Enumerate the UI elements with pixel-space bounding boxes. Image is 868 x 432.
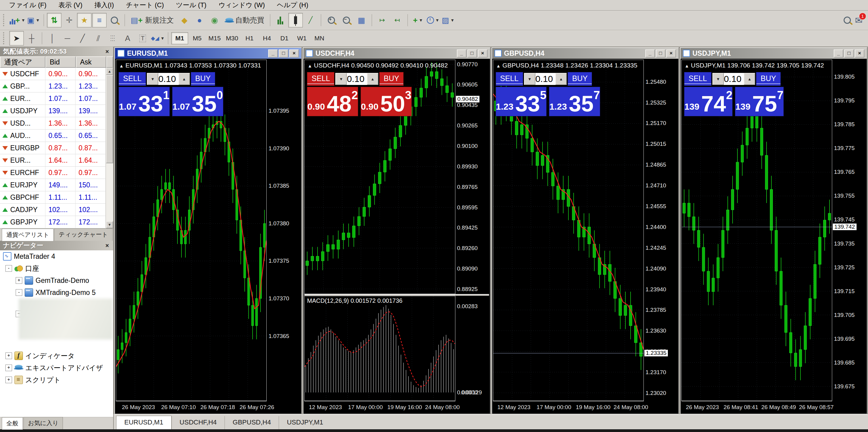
time-axis[interactable]: 12 May 202317 May 00:0019 May 16:0024 Ma… <box>304 401 455 413</box>
buy-button[interactable]: BUY <box>191 72 215 86</box>
channel-tool-button[interactable]: ⫽ <box>90 31 105 46</box>
volume-down-button[interactable]: ▼ <box>147 73 158 85</box>
market-watch-row[interactable]: USDJPY 139.... 139.... <box>0 105 106 117</box>
maximize-button[interactable]: □ <box>844 50 854 58</box>
bid-quote[interactable]: 0.90482 <box>307 87 358 116</box>
tree-item[interactable]: - XMTrading-Demo 5 <box>0 287 113 298</box>
navigator-tab[interactable]: お気に入り <box>24 417 63 429</box>
volume-down-button[interactable]: ▼ <box>335 73 347 85</box>
window-titlebar[interactable]: EURUSD,M1 _ □ × <box>115 48 301 59</box>
new-order-button[interactable]: ▤+ 新規注文 <box>128 13 177 27</box>
minimize-button[interactable]: _ <box>457 50 466 58</box>
market-watch-row[interactable]: AUD... 0.65... 0.65... <box>0 129 106 142</box>
toolbar-grip[interactable] <box>3 32 7 44</box>
buy-button[interactable]: BUY <box>379 72 404 86</box>
zoom-in-button[interactable]: + <box>324 13 339 27</box>
tree-item[interactable]: + GemTrade-Demo <box>0 275 113 287</box>
buy-button[interactable]: BUY <box>756 72 780 86</box>
navigator-tab[interactable]: 全般 <box>2 417 23 430</box>
timeframe-m1-button[interactable]: M1 <box>171 32 188 44</box>
volume-up-button[interactable]: ▲ <box>179 73 190 85</box>
market-watch-row[interactable]: EURJPY 149.... 150.... <box>0 179 106 191</box>
volume-input[interactable]: 0.10 <box>347 73 367 85</box>
chart-window-gbpusd[interactable]: GBPUSD,H4 _ □ × ▲GBPUSD,H4 1.23348 1.234… <box>492 47 679 414</box>
menu-item-2[interactable]: 挿入(I) <box>89 0 120 10</box>
close-icon[interactable]: × <box>104 242 110 249</box>
label-tool-button[interactable]: T <box>135 31 150 46</box>
auto-scroll-button[interactable]: ↦ <box>375 13 390 27</box>
price-axis[interactable]: 0.907700.906050.904350.902650.901000.899… <box>455 60 489 294</box>
candlestick-chart-button[interactable] <box>288 13 303 27</box>
market-watch-row[interactable]: EUR... 1.07... 1.07... <box>0 92 106 105</box>
sell-button[interactable]: SELL <box>496 72 523 86</box>
volume-input[interactable]: 0.10 <box>724 73 744 85</box>
tile-windows-button[interactable]: ▦ <box>354 13 369 27</box>
collapse-icon[interactable]: - <box>16 289 22 296</box>
maximize-button[interactable]: □ <box>656 50 665 58</box>
window-titlebar[interactable]: USDJPY,M1 _ □ × <box>681 48 867 59</box>
timeframe-h1-button[interactable]: H1 <box>241 32 258 44</box>
expand-icon[interactable]: + <box>16 277 22 284</box>
volume-up-button[interactable]: ▲ <box>555 73 567 85</box>
timeframe-m15-button[interactable]: M15 <box>206 32 223 44</box>
price-axis[interactable]: 1.254801.253251.251701.250151.248651.247… <box>644 60 678 401</box>
market-watch-row[interactable]: USDCHF 0.90... 0.90... <box>0 68 106 80</box>
crosshair-tool-button[interactable]: ┼ <box>24 31 39 46</box>
chart-window-usdchf[interactable]: USDCHF,H4 _ □ × ▲USDCHF,H4 0.90450 0.904… <box>303 47 490 414</box>
maximize-button[interactable]: □ <box>467 50 477 58</box>
column-header-0[interactable]: 通貨ペア <box>0 56 45 68</box>
timeframe-m30-button[interactable]: M30 <box>224 32 241 44</box>
sell-button[interactable]: SELL <box>684 72 712 86</box>
tree-item[interactable]: + エキスパートアドバイザ <box>0 362 113 374</box>
sell-button[interactable]: SELL <box>119 72 146 86</box>
macd-axis[interactable]: 0.00283 0.00000 0.00129 <box>455 296 489 401</box>
window-titlebar[interactable]: USDCHF,H4 _ □ × <box>303 48 490 59</box>
window-tab-usdjpy[interactable]: USDJPY,M1 <box>279 416 331 429</box>
price-axis[interactable]: 1.073951.073901.073851.073801.073751.073… <box>267 60 300 401</box>
market-watch-row[interactable]: EUR... 1.64... 1.64... <box>0 154 106 167</box>
text-tool-button[interactable]: A <box>120 31 135 46</box>
menu-item-4[interactable]: ツール (T) <box>170 0 213 10</box>
chart-plot-area[interactable]: ▲USDCHF,H4 0.90450 0.90492 0.90410 0.904… <box>304 60 455 294</box>
market-watch-row[interactable]: GBP... 1.23... 1.23... <box>0 80 106 92</box>
navigator-toggle-button[interactable]: ★ <box>77 13 92 27</box>
scroll-up-icon[interactable]: ▲ <box>106 68 113 75</box>
column-header-2[interactable]: Ask <box>76 56 106 68</box>
price-axis[interactable]: 139.805139.795139.785139.775139.765139.7… <box>832 60 866 401</box>
zoom-out-button[interactable]: − <box>339 13 354 27</box>
chart-plot-area[interactable]: ▲EURUSD,M1 1.07343 1.07353 1.07330 1.073… <box>116 60 267 401</box>
timeframe-m5-button[interactable]: M5 <box>189 32 206 44</box>
market-watch-row[interactable]: USD... 1.36... 1.36... <box>0 117 106 129</box>
cursor-tool-button[interactable]: ➤ <box>9 31 24 46</box>
bid-quote[interactable]: 1.23335 <box>496 87 547 116</box>
new-chart-button[interactable]: +▼ <box>9 13 26 27</box>
chart-plot-area[interactable]: ▲GBPUSD,H4 1.23348 1.23426 1.23304 1.233… <box>493 60 644 401</box>
indicators-button[interactable]: +▼ <box>411 13 425 27</box>
terminal-toggle-button[interactable]: ≡ <box>92 13 106 27</box>
menu-item-5[interactable]: ウィンドウ (W) <box>213 0 271 10</box>
tree-item[interactable]: - 口座 <box>0 262 113 275</box>
market-watch-row[interactable]: EURGBP 0.87... 0.87... <box>0 142 106 154</box>
close-button[interactable]: × <box>855 50 864 58</box>
time-axis[interactable]: 12 May 202317 May 00:0019 May 16:0024 Ma… <box>493 401 644 413</box>
chart-shift-button[interactable]: ↤ <box>390 13 404 27</box>
expand-icon[interactable]: + <box>5 365 12 371</box>
volume-up-button[interactable]: ▲ <box>744 73 755 85</box>
templates-button[interactable]: ▨▼ <box>441 13 455 27</box>
time-axis[interactable]: 26 May 202326 May 08:4126 May 08:4926 Ma… <box>681 401 832 413</box>
close-button[interactable]: × <box>289 50 299 58</box>
sell-button[interactable]: SELL <box>307 72 334 86</box>
timeframe-w1-button[interactable]: W1 <box>293 32 310 44</box>
arrows-tool-button[interactable]: ◆◢▼ <box>151 31 165 46</box>
close-button[interactable]: × <box>666 50 676 58</box>
tree-item[interactable]: + インディケータ <box>0 350 113 362</box>
market-watch-tab[interactable]: 通貨ペアリスト <box>2 229 54 241</box>
menu-item-1[interactable]: 表示 (V) <box>52 0 88 10</box>
mailbox-icon[interactable]: ✉1 <box>855 15 863 26</box>
bar-chart-button[interactable] <box>273 13 288 27</box>
window-titlebar[interactable]: GBPUSD,H4 _ □ × <box>492 48 678 59</box>
minimize-button[interactable]: _ <box>834 50 843 58</box>
expand-icon[interactable]: + <box>5 377 12 383</box>
strategy-tester-button[interactable] <box>107 13 122 27</box>
timeframe-mn-button[interactable]: MN <box>311 32 328 44</box>
